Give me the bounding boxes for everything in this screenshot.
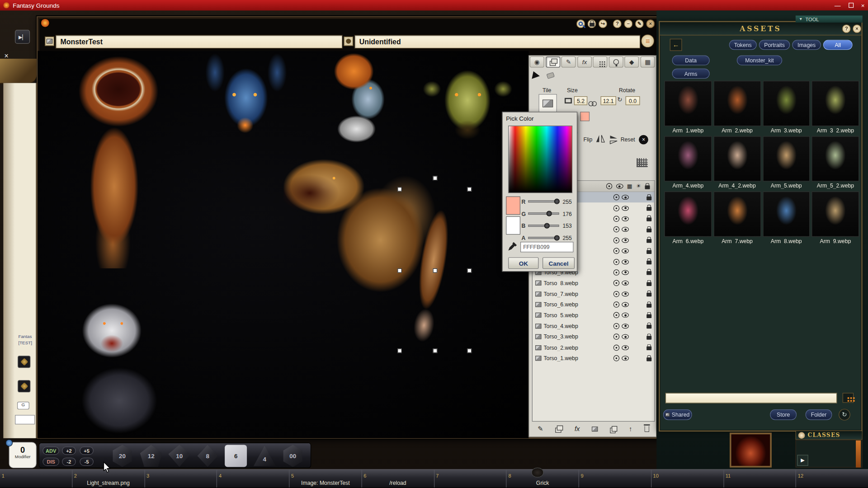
target-icon[interactable]: [613, 205, 619, 211]
hotkey-slot[interactable]: 7: [434, 470, 506, 488]
lock-icon[interactable]: [646, 196, 651, 200]
hotkey-slot[interactable]: 12: [796, 470, 868, 488]
tile-height-value[interactable]: 12.1: [601, 96, 616, 105]
pick-color-dialog[interactable]: Pick Color R 255 G 176 B 153 A 255 OK Ca…: [502, 112, 578, 272]
hotkey-slot[interactable]: 9: [579, 470, 651, 488]
ok-button[interactable]: OK: [508, 257, 538, 269]
asset-item[interactable]: Arm_3_2.webp: [811, 81, 859, 133]
eyedropper-icon[interactable]: [507, 242, 517, 254]
radial-menu-button[interactable]: ≡: [641, 34, 654, 47]
canvas-image-lizard-creature[interactable]: [283, 150, 486, 363]
module-data-button[interactable]: Data: [672, 55, 710, 65]
add-layer-icon[interactable]: [555, 426, 562, 432]
sidebar-close-icon[interactable]: ×: [853, 24, 862, 33]
hotkey-slot[interactable]: 6/reload: [361, 470, 434, 488]
eye-icon[interactable]: [622, 291, 629, 296]
lock-icon[interactable]: [646, 357, 651, 361]
layer-row[interactable]: Torso_3.webp: [533, 332, 654, 343]
eye-icon[interactable]: [622, 345, 629, 350]
hex-color-input[interactable]: [520, 242, 574, 252]
rotation-handle[interactable]: [433, 176, 438, 180]
modifier-settings-icon[interactable]: [5, 439, 13, 446]
die-d20[interactable]: 20: [111, 445, 133, 467]
maximize-window-icon[interactable]: [849, 3, 854, 8]
lock-icon[interactable]: [646, 282, 651, 286]
target-icon[interactable]: [613, 301, 619, 307]
flip-vertical-icon[interactable]: [607, 135, 618, 145]
disadvantage-button[interactable]: DIS: [42, 458, 59, 466]
eye-icon[interactable]: [622, 356, 629, 361]
layer-row[interactable]: Torso_2.webp: [533, 342, 654, 353]
layer-row[interactable]: Torso_8.webp: [533, 278, 654, 289]
asset-item[interactable]: Arm_3.webp: [763, 81, 810, 133]
layer-row[interactable]: Torso_5.webp: [533, 310, 654, 321]
canvas-image-griffin-head[interactable]: [316, 51, 405, 144]
link-dimensions-icon[interactable]: [589, 101, 597, 106]
eye-icon[interactable]: [622, 216, 629, 221]
selection-handle[interactable]: [397, 348, 402, 353]
layer-row[interactable]: Torso_1.webp: [533, 353, 654, 364]
target-icon[interactable]: [613, 344, 619, 350]
dice-tab-icon[interactable]: ◆: [624, 56, 639, 67]
edit-icon[interactable]: ✎: [635, 19, 644, 28]
export-layer-icon[interactable]: ↑: [629, 425, 632, 432]
hotkey-slot[interactable]: 1: [0, 470, 72, 488]
selection-handle[interactable]: [467, 348, 472, 353]
hotkey-slot[interactable]: 5Image: MonsterTest: [289, 470, 361, 488]
eye-icon[interactable]: [622, 238, 629, 243]
selection-handle[interactable]: [467, 187, 472, 192]
duplicate-layer-icon[interactable]: [610, 426, 617, 432]
rotate-icon[interactable]: ↻: [617, 96, 622, 103]
classes-header[interactable]: CLASSES: [796, 431, 863, 440]
die-d12[interactable]: 12: [140, 445, 162, 467]
eye-icon[interactable]: [622, 313, 629, 318]
grid-column-icon[interactable]: ▦: [627, 183, 632, 189]
asset-item[interactable]: Arm_2.webp: [713, 81, 761, 133]
selection-handle[interactable]: [397, 268, 402, 273]
plus5-button[interactable]: +5: [80, 446, 94, 455]
asset-item[interactable]: Arm_7.webp: [713, 192, 761, 244]
minimize-icon[interactable]: –: [624, 19, 633, 28]
eye-icon[interactable]: [622, 281, 629, 286]
asset-filter-button[interactable]: [843, 393, 854, 403]
target-icon[interactable]: [613, 291, 619, 297]
layer-row[interactable]: Torso_7.webp: [533, 289, 654, 300]
flip-horizontal-icon[interactable]: [596, 135, 605, 145]
lock-icon[interactable]: [646, 314, 651, 318]
lock-icon[interactable]: [646, 347, 651, 351]
grid-tab-icon[interactable]: ▦: [641, 56, 655, 67]
close-window-icon[interactable]: ×: [861, 2, 865, 9]
zoom-icon[interactable]: [576, 19, 585, 28]
die-d10[interactable]: 10: [168, 445, 190, 467]
pattern-tab-icon[interactable]: [593, 56, 607, 67]
dither-grid-icon[interactable]: [637, 158, 647, 167]
eye-icon[interactable]: [622, 195, 629, 200]
asset-item[interactable]: Arm_6.webp: [664, 192, 712, 244]
layer-row[interactable]: Torso_4.webp: [533, 321, 654, 332]
selection-handle[interactable]: [433, 348, 438, 353]
lock-icon[interactable]: [646, 229, 651, 233]
chat-input[interactable]: [15, 415, 35, 424]
slider-knob[interactable]: [544, 223, 549, 228]
die-d100[interactable]: 00: [282, 445, 304, 467]
target-icon[interactable]: [613, 216, 619, 222]
lock-icon[interactable]: [646, 261, 651, 265]
add-image-layer-icon[interactable]: [592, 426, 598, 431]
slider-knob[interactable]: [546, 211, 552, 216]
lock-icon[interactable]: [646, 207, 651, 211]
chevron-down-icon[interactable]: ▼: [799, 17, 802, 21]
hotkey-token-thumbnail[interactable]: [532, 468, 544, 478]
play-button[interactable]: ▶: [797, 455, 808, 466]
module-monster-kit-button[interactable]: Monster_kit: [737, 55, 782, 65]
share-icon[interactable]: ↪: [599, 19, 608, 28]
back-arrow-icon[interactable]: ←: [670, 39, 682, 51]
lock-icon[interactable]: [646, 304, 651, 308]
target-icon[interactable]: [613, 237, 619, 243]
tool-strip[interactable]: ▼ TOOL: [796, 15, 863, 23]
lock-icon[interactable]: [646, 325, 651, 329]
view-globe-icon[interactable]: ◉: [530, 56, 544, 67]
lock-column-icon[interactable]: [645, 185, 650, 189]
lock-icon[interactable]: [646, 218, 651, 222]
image-name-input[interactable]: [55, 35, 343, 49]
asset-item[interactable]: Arm_5_2.webp: [811, 136, 859, 188]
